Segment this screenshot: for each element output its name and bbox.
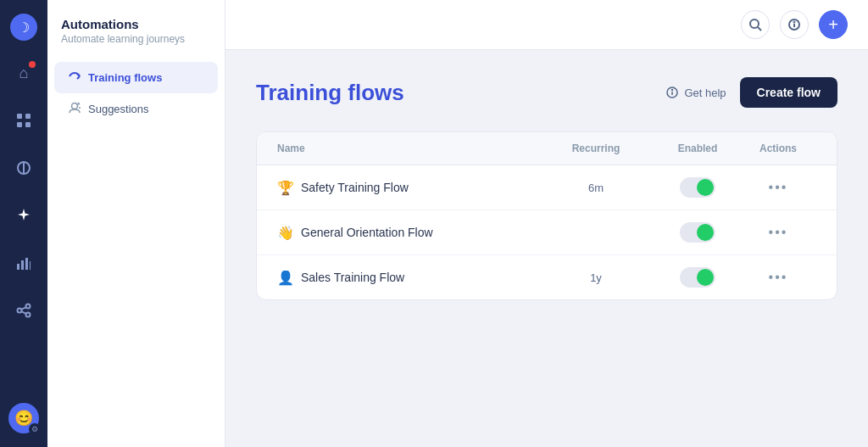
svg-rect-9: [30, 261, 31, 270]
sidebar-app-title: Automations: [61, 17, 211, 31]
user-avatar[interactable]: 😊 ⚙: [8, 403, 39, 433]
info-topbar-button[interactable]: [780, 10, 809, 39]
row-2-name-text: General Orientation Flow: [301, 226, 433, 239]
grid-nav-icon[interactable]: [8, 105, 39, 136]
bottom-nav-section: 😊 ⚙: [8, 403, 39, 433]
circle-nav-icon[interactable]: [8, 153, 39, 183]
row-2-name: 👋 General Orientation Flow: [277, 225, 537, 241]
toggle-knob: [697, 269, 714, 286]
chart-nav-icon[interactable]: [8, 248, 39, 278]
row-3-icon: 👤: [277, 270, 294, 286]
row-1-name: 🏆 Safety Training Flow: [277, 180, 537, 196]
svg-point-10: [18, 309, 22, 313]
svg-rect-7: [21, 260, 24, 270]
row-1-recurring: 6m: [537, 182, 655, 194]
search-topbar-button[interactable]: [741, 10, 770, 39]
toggle-knob: [697, 224, 714, 241]
suggestions-label: Suggestions: [88, 103, 149, 115]
suggestions-icon: [68, 101, 81, 117]
svg-point-22: [672, 90, 673, 91]
table-row: 👋 General Orientation Flow •••: [257, 210, 837, 255]
svg-line-14: [21, 311, 26, 314]
create-flow-button[interactable]: Create flow: [740, 77, 837, 108]
col-enabled-header: Enabled: [655, 142, 740, 154]
row-2-toggle[interactable]: [680, 222, 715, 243]
page-header: Training flows Get help Create flow: [256, 77, 837, 108]
svg-line-13: [21, 307, 26, 310]
row-1-name-text: Safety Training Flow: [301, 181, 409, 194]
page-area: Training flows Get help Create flow Name…: [225, 50, 868, 447]
page-header-actions: Get help Create flow: [665, 77, 837, 108]
svg-rect-1: [25, 114, 31, 119]
table-header-row: Name Recurring Enabled Actions: [257, 132, 837, 165]
svg-rect-8: [25, 258, 28, 270]
row-2-actions: •••: [740, 225, 816, 240]
row-3-enabled: [655, 267, 740, 288]
toggle-knob: [697, 179, 714, 196]
row-2-more-button[interactable]: •••: [769, 225, 788, 240]
row-3-name: 👤 Sales Training Flow: [277, 270, 537, 286]
home-nav-icon[interactable]: ⌂: [8, 58, 39, 88]
sidebar-item-training-flows[interactable]: Training flows: [54, 62, 218, 93]
plus-icon: +: [828, 15, 838, 35]
col-recurring-header: Recurring: [537, 142, 655, 154]
row-1-toggle[interactable]: [680, 177, 715, 198]
get-help-label: Get help: [684, 87, 726, 99]
row-1-enabled: [655, 177, 740, 198]
svg-rect-2: [17, 122, 22, 127]
row-1-icon: 🏆: [277, 180, 294, 196]
topbar: +: [225, 0, 868, 50]
row-1-more-button[interactable]: •••: [769, 180, 788, 195]
svg-line-17: [758, 27, 761, 31]
get-help-button[interactable]: Get help: [665, 86, 726, 99]
row-2-enabled: [655, 222, 740, 243]
svg-point-20: [794, 22, 795, 23]
svg-point-12: [26, 313, 31, 317]
sidebar: Automations Automate learning journeys T…: [47, 0, 225, 447]
col-actions-header: Actions: [740, 142, 816, 154]
flows-table: Name Recurring Enabled Actions 🏆 Safety …: [256, 131, 837, 300]
sidebar-header: Automations Automate learning journeys: [47, 17, 225, 62]
app-logo[interactable]: ☽: [10, 14, 37, 41]
row-3-recurring: 1y: [537, 271, 655, 284]
row-3-actions: •••: [740, 270, 816, 285]
sidebar-item-suggestions[interactable]: Suggestions: [54, 93, 218, 125]
sparkles-nav-icon[interactable]: [8, 200, 39, 231]
table-row: 🏆 Safety Training Flow 6m •••: [257, 165, 837, 210]
add-topbar-button[interactable]: +: [819, 10, 848, 39]
svg-point-11: [26, 305, 31, 309]
svg-rect-3: [25, 122, 31, 127]
table-row: 👤 Sales Training Flow 1y •••: [257, 255, 837, 299]
row-1-actions: •••: [740, 180, 816, 195]
notification-badge: [29, 61, 36, 68]
sidebar-app-subtitle: Automate learning journeys: [61, 33, 211, 45]
row-3-more-button[interactable]: •••: [769, 270, 788, 285]
main-content: + Training flows Get help Create flow Na…: [225, 0, 868, 447]
integration-nav-icon[interactable]: [8, 295, 39, 326]
settings-badge: ⚙: [29, 423, 41, 435]
left-navigation: ☽ ⌂ 😊 ⚙: [0, 0, 47, 447]
svg-point-16: [750, 20, 759, 28]
training-flows-icon: [68, 70, 81, 86]
svg-point-15: [72, 103, 78, 109]
col-name-header: Name: [277, 142, 537, 154]
page-title: Training flows: [256, 80, 404, 106]
svg-rect-6: [17, 264, 19, 270]
row-3-toggle[interactable]: [680, 267, 715, 288]
training-flows-label: Training flows: [88, 71, 162, 84]
row-3-name-text: Sales Training Flow: [301, 271, 404, 284]
row-2-icon: 👋: [277, 225, 294, 241]
svg-rect-0: [17, 114, 22, 119]
